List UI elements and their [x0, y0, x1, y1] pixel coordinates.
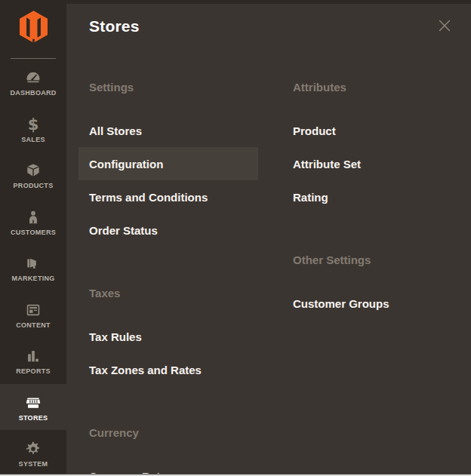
stores-flyout-panel: Stores SettingsAll StoresConfigurationTe…: [66, 0, 471, 476]
content-icon: [25, 302, 42, 318]
flyout-column-2: AttributesProductAttribute SetRatingOthe…: [282, 80, 462, 359]
list-item: Tax Rules: [78, 320, 258, 353]
menu-item-product[interactable]: Product: [282, 114, 462, 147]
section-other-settings: Other SettingsCustomer Groups: [282, 253, 462, 320]
sidebar-item-products[interactable]: PRODUCTS: [0, 152, 66, 198]
list-item: Terms and Conditions: [78, 180, 258, 213]
sidebar-item-label: DASHBOARD: [10, 89, 56, 97]
list-item: All Stores: [78, 114, 258, 147]
menu-item-configuration[interactable]: Configuration: [78, 147, 258, 180]
list-item: Customer Groups: [282, 287, 462, 320]
sales-icon: $: [28, 116, 39, 133]
menu-item-tax-zones-and-rates[interactable]: Tax Zones and Rates: [78, 353, 258, 386]
close-icon: [436, 17, 453, 34]
sidebar-item-label: SYSTEM: [19, 460, 48, 468]
system-icon: [25, 441, 42, 457]
sidebar-item-label: PRODUCTS: [14, 182, 54, 189]
flyout-body: SettingsAll StoresConfigurationTerms and…: [66, 80, 471, 476]
list-item: Tax Zones and Rates: [78, 353, 258, 386]
menu-item-order-status[interactable]: Order Status: [78, 213, 258, 247]
sidebar-item-marketing[interactable]: MARKETING: [0, 244, 66, 291]
panel-top-edge: [66, 0, 471, 4]
section-heading-attributes: Attributes: [282, 80, 462, 95]
section-taxes: TaxesTax RulesTax Zones and Rates: [78, 286, 258, 386]
sidebar-item-customers[interactable]: CUSTOMERS: [0, 198, 66, 245]
section-heading-other-settings: Other Settings: [282, 253, 462, 268]
dashboard-icon: [25, 69, 42, 86]
products-icon: [25, 162, 42, 179]
sidebar-item-stores[interactable]: STORES: [0, 384, 66, 431]
sidebar-item-dashboard[interactable]: DASHBOARD: [0, 59, 66, 106]
sidebar-item-label: REPORTS: [16, 367, 51, 375]
list-item: Order Status: [78, 213, 258, 247]
section-attributes: AttributesProductAttribute SetRating: [282, 80, 462, 213]
marketing-icon: [25, 255, 42, 272]
list-item: Product: [282, 114, 462, 147]
menu-item-tax-rules[interactable]: Tax Rules: [78, 320, 258, 353]
sidebar-item-system[interactable]: SYSTEM: [0, 430, 66, 476]
customers-icon: [25, 209, 42, 226]
section-settings: SettingsAll StoresConfigurationTerms and…: [78, 80, 258, 247]
sidebar-item-label: CONTENT: [16, 321, 51, 329]
flyout-header: Stores: [66, 0, 471, 36]
sidebar-item-sales[interactable]: $SALES: [0, 106, 66, 152]
sidebar: DASHBOARD$SALESPRODUCTSCUSTOMERSMARKETIN…: [0, 0, 66, 476]
close-button[interactable]: [435, 16, 454, 35]
menu-item-rating[interactable]: Rating: [282, 180, 462, 213]
magento-admin-screen: DASHBOARD$SALESPRODUCTSCUSTOMERSMARKETIN…: [0, 0, 471, 476]
section-heading-taxes: Taxes: [78, 286, 258, 301]
list-item: Configuration: [78, 147, 258, 180]
list-item: Attribute Set: [282, 147, 462, 180]
magento-logo-link[interactable]: [0, 0, 66, 59]
section-heading-currency: Currency: [78, 425, 258, 441]
sidebar-item-reports[interactable]: REPORTS: [0, 337, 66, 384]
sidebar-item-label: CUSTOMERS: [11, 229, 56, 236]
section-heading-settings: Settings: [78, 80, 258, 95]
reports-icon: [25, 348, 42, 364]
flyout-column-1: SettingsAll StoresConfigurationTerms and…: [78, 80, 258, 476]
list-item: Rating: [282, 180, 462, 213]
menu-item-attribute-set[interactable]: Attribute Set: [282, 147, 462, 180]
sidebar-item-content[interactable]: CONTENT: [0, 291, 66, 338]
sidebar-item-label: SALES: [21, 136, 45, 143]
menu-item-customer-groups[interactable]: Customer Groups: [282, 287, 462, 320]
stores-icon: [25, 395, 42, 411]
menu-item-all-stores[interactable]: All Stores: [78, 114, 258, 147]
sidebar-item-label: STORES: [19, 414, 48, 422]
flyout-title: Stores: [89, 17, 471, 36]
section-currency: CurrencyCurrency Rates: [78, 425, 258, 476]
sidebar-menu: DASHBOARD$SALESPRODUCTSCUSTOMERSMARKETIN…: [0, 59, 66, 476]
sidebar-item-label: MARKETING: [11, 275, 54, 282]
menu-item-terms-and-conditions[interactable]: Terms and Conditions: [78, 180, 258, 213]
magento-logo-icon: [20, 11, 48, 43]
